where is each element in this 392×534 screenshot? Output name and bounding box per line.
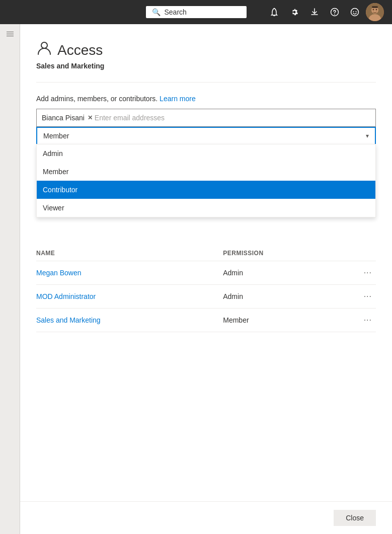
row-permission-1: Admin xyxy=(223,292,359,300)
topbar-icons xyxy=(265,3,384,21)
notification-icon[interactable] xyxy=(265,3,283,21)
row-more-1[interactable]: ··· xyxy=(360,292,376,301)
dropdown-menu: Admin Member Contributor Viewer xyxy=(36,144,376,217)
table-header: NAME PERMISSION xyxy=(36,246,376,261)
help-icon[interactable] xyxy=(326,3,344,21)
download-icon[interactable] xyxy=(305,3,324,21)
chevron-down-icon: ▾ xyxy=(366,132,369,139)
main-content: Access Sales and Marketing Add admins, m… xyxy=(20,24,392,534)
svg-point-7 xyxy=(373,9,374,11)
avatar[interactable] xyxy=(366,3,384,21)
members-table: NAME PERMISSION Megan Bowen Admin ··· MO… xyxy=(36,246,376,332)
email-tag-name: Bianca Pisani xyxy=(42,114,85,122)
svg-point-1 xyxy=(351,9,359,16)
svg-point-10 xyxy=(41,42,47,48)
topbar: 🔍 Search xyxy=(0,0,392,24)
col-permission-header: PERMISSION xyxy=(223,250,376,257)
add-section-text: Add admins, members, or contributors. Le… xyxy=(36,95,376,103)
feedback-icon[interactable] xyxy=(346,3,364,21)
close-button[interactable]: Close xyxy=(334,510,376,526)
row-permission-0: Admin xyxy=(223,269,359,277)
search-text: Search xyxy=(165,8,187,16)
sidebar xyxy=(0,24,20,534)
row-name-0: Megan Bowen xyxy=(36,269,223,277)
email-input-placeholder[interactable]: Enter email addresses xyxy=(95,114,370,122)
divider xyxy=(36,82,376,83)
row-more-0[interactable]: ··· xyxy=(360,268,376,277)
table-row[interactable]: MOD Administrator Admin ··· xyxy=(36,285,376,309)
dropdown-option-admin[interactable]: Admin xyxy=(37,144,375,163)
svg-point-2 xyxy=(353,11,354,12)
dropdown-option-contributor[interactable]: Contributor xyxy=(37,181,375,199)
svg-point-3 xyxy=(356,11,357,12)
avatar-image xyxy=(366,3,384,21)
table-row[interactable]: Megan Bowen Admin ··· xyxy=(36,261,376,285)
access-header: Access xyxy=(36,40,376,60)
row-name-1: MOD Administrator xyxy=(36,292,223,300)
email-tag-close-icon[interactable]: ✕ xyxy=(88,114,93,121)
dropdown-selected[interactable]: Member ▾ xyxy=(37,128,375,144)
svg-point-8 xyxy=(376,9,377,11)
svg-rect-9 xyxy=(372,6,378,8)
row-name-2: Sales and Marketing xyxy=(36,316,223,324)
settings-icon[interactable] xyxy=(285,3,303,21)
page-title: Access xyxy=(57,42,103,58)
dropdown-selected-value: Member xyxy=(43,132,69,140)
learn-more-link[interactable]: Learn more xyxy=(160,95,196,103)
search-box[interactable]: 🔍 Search xyxy=(146,6,247,18)
person-icon xyxy=(36,40,52,60)
role-dropdown[interactable]: Member ▾ Admin Member Contributor Viewer xyxy=(36,127,376,145)
page-subtitle: Sales and Marketing xyxy=(36,62,376,70)
row-more-2[interactable]: ··· xyxy=(360,316,376,325)
table-row[interactable]: Sales and Marketing Member ··· xyxy=(36,309,376,332)
email-tag: Bianca Pisani ✕ xyxy=(42,114,93,122)
email-input-container[interactable]: Bianca Pisani ✕ Enter email addresses xyxy=(36,109,376,127)
search-icon: 🔍 xyxy=(152,8,161,16)
dropdown-option-member[interactable]: Member xyxy=(37,163,375,181)
row-permission-2: Member xyxy=(223,316,359,324)
col-name-header: NAME xyxy=(36,250,223,257)
dropdown-option-viewer[interactable]: Viewer xyxy=(37,199,375,217)
footer: Close xyxy=(20,501,392,534)
sidebar-item-1[interactable] xyxy=(0,24,20,44)
